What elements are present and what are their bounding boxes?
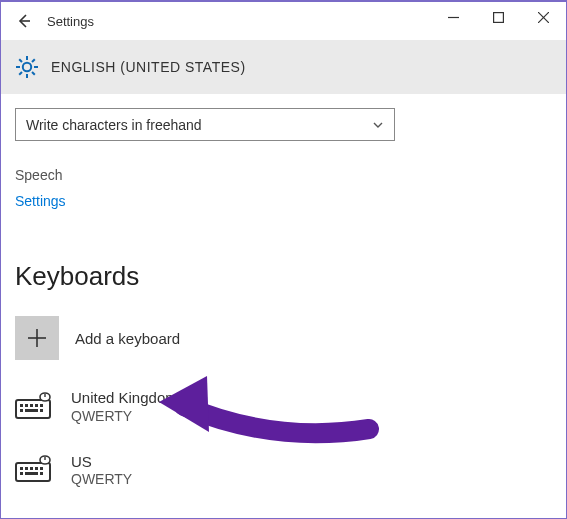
minimize-icon	[448, 12, 459, 23]
svg-line-11	[32, 72, 35, 75]
window-title: Settings	[47, 14, 94, 29]
speech-label: Speech	[15, 167, 552, 183]
speech-settings-link[interactable]: Settings	[15, 193, 552, 209]
svg-line-10	[19, 59, 22, 62]
svg-point-5	[23, 63, 31, 71]
keyboard-item[interactable]: United Kingdom QWERTY	[15, 388, 552, 424]
svg-rect-22	[20, 409, 23, 412]
keyboard-layout: QWERTY	[71, 408, 178, 424]
svg-rect-19	[30, 404, 33, 407]
svg-rect-2	[494, 12, 504, 22]
keyboard-layout: QWERTY	[71, 471, 132, 487]
title-bar: Settings	[1, 2, 566, 40]
add-keyboard-button[interactable]: Add a keyboard	[15, 316, 552, 360]
keyboard-item-text: US QWERTY	[71, 452, 132, 488]
close-icon	[538, 12, 549, 23]
settings-window: Settings ENGLISH (UNITED STATES) Write c…	[0, 0, 567, 519]
svg-rect-18	[25, 404, 28, 407]
add-keyboard-label: Add a keyboard	[75, 330, 180, 347]
chevron-down-icon	[372, 119, 384, 131]
svg-rect-20	[35, 404, 38, 407]
close-button[interactable]	[521, 2, 566, 32]
keyboard-item[interactable]: US QWERTY	[15, 452, 552, 488]
plus-icon-box	[15, 316, 59, 360]
keyboard-icon	[15, 391, 55, 421]
svg-rect-34	[25, 472, 38, 475]
maximize-button[interactable]	[476, 2, 521, 32]
window-controls	[431, 2, 566, 32]
gear-icon	[15, 55, 39, 79]
svg-rect-35	[40, 472, 43, 475]
back-arrow-icon	[15, 12, 33, 30]
keyboard-icon	[15, 454, 55, 484]
svg-rect-32	[40, 467, 43, 470]
maximize-icon	[493, 12, 504, 23]
plus-icon	[26, 327, 48, 349]
svg-rect-23	[25, 409, 38, 412]
svg-line-13	[19, 72, 22, 75]
svg-rect-17	[20, 404, 23, 407]
page-title: ENGLISH (UNITED STATES)	[51, 59, 246, 75]
svg-rect-29	[25, 467, 28, 470]
back-button[interactable]	[1, 2, 47, 40]
svg-rect-24	[40, 409, 43, 412]
keyboard-name: United Kingdom	[71, 388, 178, 408]
svg-rect-31	[35, 467, 38, 470]
svg-rect-28	[20, 467, 23, 470]
page-header: ENGLISH (UNITED STATES)	[1, 40, 566, 94]
svg-rect-21	[40, 404, 43, 407]
keyboards-heading: Keyboards	[15, 261, 552, 292]
svg-rect-30	[30, 467, 33, 470]
keyboard-name: US	[71, 452, 132, 472]
handwriting-dropdown[interactable]: Write characters in freehand	[15, 108, 395, 141]
keyboard-item-text: United Kingdom QWERTY	[71, 388, 178, 424]
dropdown-selected-value: Write characters in freehand	[26, 117, 202, 133]
svg-line-12	[32, 59, 35, 62]
minimize-button[interactable]	[431, 2, 476, 32]
content-area: Write characters in freehand Speech Sett…	[1, 94, 566, 487]
svg-rect-33	[20, 472, 23, 475]
